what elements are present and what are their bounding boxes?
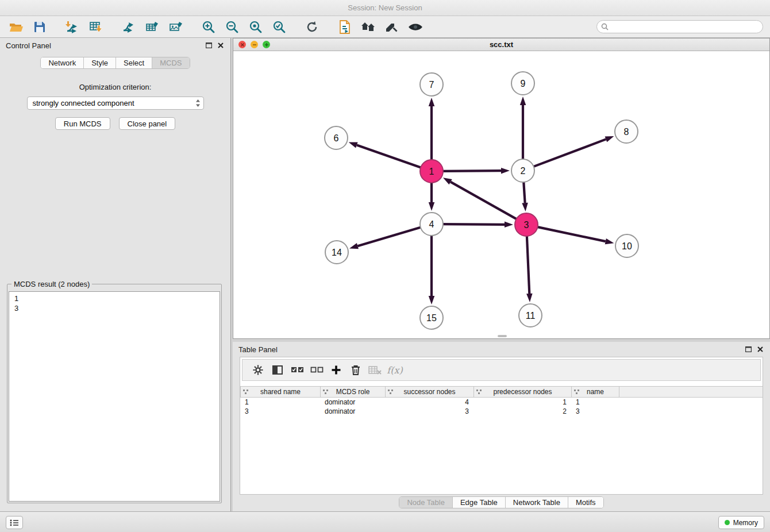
- column-header-label: shared name: [260, 388, 301, 396]
- show-columns-button[interactable]: [268, 361, 287, 379]
- graphics-details-button[interactable]: [406, 18, 425, 36]
- tab-style[interactable]: Style: [84, 57, 116, 68]
- eye-icon: [407, 20, 424, 34]
- table-panel: Table Panel: [233, 342, 770, 511]
- memory-status-dot: [725, 520, 730, 525]
- optimization-criterion-label: Optimization criterion:: [0, 83, 230, 91]
- tab-edge-table[interactable]: Edge Table: [453, 497, 506, 508]
- tab-node-table[interactable]: Node Table: [399, 497, 453, 508]
- zoom-out-button[interactable]: [223, 18, 241, 36]
- table-cell: dominator: [320, 407, 385, 416]
- control-panel-header: Control Panel: [0, 38, 230, 53]
- table-panel-header: Table Panel: [233, 342, 770, 357]
- close-panel-button[interactable]: [217, 41, 225, 49]
- zoom-fit-button[interactable]: [247, 18, 265, 36]
- graph-node-label: 6: [334, 133, 339, 143]
- search-input[interactable]: [611, 23, 759, 31]
- horizontal-scrollbar-thumb[interactable]: [498, 335, 507, 337]
- memory-button[interactable]: Memory: [718, 516, 764, 529]
- table-cell: 1: [571, 398, 619, 407]
- import-network-button[interactable]: [63, 18, 82, 36]
- table-row[interactable]: 3dominator323: [240, 407, 763, 416]
- graph-edge-3-10[interactable]: [538, 227, 606, 241]
- tab-motifs[interactable]: Motifs: [568, 497, 603, 508]
- network-canvas[interactable]: 7968124314101511: [233, 51, 769, 338]
- column-header-shared-name[interactable]: shared name: [240, 387, 320, 397]
- first-neighbors-button[interactable]: [359, 18, 378, 36]
- mcds-result-list[interactable]: 13: [9, 291, 220, 502]
- close-window-button[interactable]: [238, 41, 246, 48]
- deselect-all-columns-button[interactable]: [307, 361, 326, 379]
- export-image-button[interactable]: [167, 18, 185, 36]
- open-session-button[interactable]: [7, 18, 25, 36]
- column-header-MCDS-role[interactable]: MCDS role: [320, 387, 385, 397]
- graph-edge-arrow: [605, 238, 614, 244]
- table-cell: 1: [473, 398, 571, 407]
- network-snapshot-button[interactable]: [336, 18, 354, 36]
- table-cell: 2: [473, 407, 571, 416]
- graph-node-label: 14: [332, 248, 342, 257]
- maximize-window-button[interactable]: [263, 41, 270, 48]
- graph-edge-4-3[interactable]: [443, 224, 505, 225]
- annotation-style-button[interactable]: [383, 18, 401, 36]
- tab-select[interactable]: Select: [116, 57, 152, 68]
- result-item[interactable]: 1: [14, 294, 214, 303]
- fx-icon: f(x): [387, 365, 402, 376]
- graph-edge-4-14[interactable]: [357, 228, 420, 246]
- close-table-panel-button[interactable]: [756, 345, 764, 353]
- zoom-selected-button[interactable]: [270, 18, 288, 36]
- graph-edge-3-1[interactable]: [451, 182, 517, 219]
- graph-edge-arrow: [429, 98, 435, 106]
- column-header-successor-nodes[interactable]: successor nodes: [385, 387, 473, 397]
- table-row[interactable]: 1dominator411: [240, 398, 763, 407]
- minimize-window-button[interactable]: [251, 41, 258, 48]
- delete-column-button[interactable]: [365, 361, 385, 379]
- save-session-button[interactable]: [30, 18, 49, 36]
- graph-edge-1-6[interactable]: [357, 145, 421, 168]
- graph-edge-arrow: [501, 168, 510, 174]
- column-header-predecessor-nodes[interactable]: predecessor nodes: [473, 387, 571, 397]
- float-table-panel-button[interactable]: [744, 345, 752, 353]
- double-home-icon: [360, 20, 376, 34]
- table-panel-title: Table Panel: [238, 345, 278, 354]
- graph-edge-1-2[interactable]: [443, 171, 501, 171]
- network-view-window: scc.txt 7968124314101511: [233, 38, 770, 339]
- result-item[interactable]: 3: [14, 303, 214, 313]
- tab-mcds[interactable]: MCDS: [152, 57, 189, 68]
- run-mcds-button[interactable]: Run MCDS: [55, 117, 110, 130]
- table-settings-button[interactable]: [248, 361, 268, 379]
- export-network-button[interactable]: [120, 18, 138, 36]
- zoom-in-button[interactable]: [199, 18, 218, 36]
- refresh-layout-button[interactable]: [303, 18, 321, 36]
- graph-node-label: 4: [429, 219, 434, 229]
- column-header-name[interactable]: name: [571, 387, 619, 397]
- unchecked-boxes-icon: [310, 365, 324, 375]
- export-table-button[interactable]: [143, 18, 161, 36]
- select-all-columns-button[interactable]: [287, 361, 307, 379]
- close-icon: [757, 346, 763, 352]
- import-table-icon: [88, 20, 103, 34]
- close-panel-action-button[interactable]: Close panel: [119, 117, 176, 130]
- import-table-button[interactable]: [87, 18, 105, 36]
- column-type-icon: [322, 389, 329, 395]
- table-cell: 3: [385, 407, 473, 416]
- graph-edge-arrow: [522, 203, 528, 211]
- graph-edge-2-3[interactable]: [523, 182, 525, 203]
- window-titlebar[interactable]: Session: New Session: [0, 0, 770, 16]
- add-column-button[interactable]: [326, 361, 346, 379]
- tab-network[interactable]: Network: [41, 57, 84, 68]
- function-builder-button[interactable]: f(x): [385, 361, 405, 379]
- criterion-dropdown[interactable]: strongly connected component: [27, 97, 204, 110]
- tab-network-table[interactable]: Network Table: [506, 497, 568, 508]
- columns-icon: [272, 364, 283, 376]
- delete-row-button[interactable]: [346, 361, 365, 379]
- graph-edge-arrow: [443, 178, 452, 184]
- float-panel-button[interactable]: [205, 41, 213, 49]
- network-window-titlebar[interactable]: scc.txt: [233, 38, 769, 51]
- graph-node-label: 10: [622, 241, 632, 251]
- graph-edge-3-11[interactable]: [527, 236, 529, 294]
- gear-icon: [252, 364, 264, 376]
- panel-toggle-button[interactable]: [6, 516, 23, 529]
- graph-edge-2-8[interactable]: [534, 139, 606, 167]
- search-box[interactable]: [596, 20, 763, 33]
